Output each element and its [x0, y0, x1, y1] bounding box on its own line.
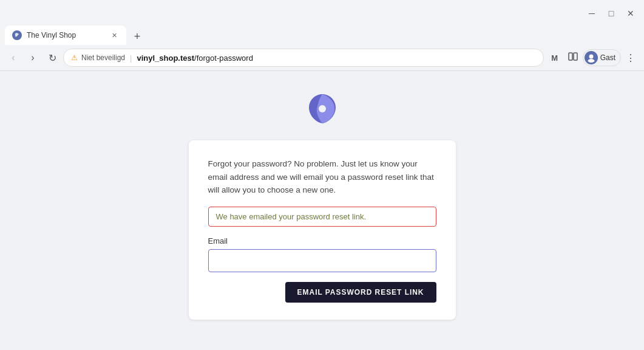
svg-rect-1 — [569, 53, 572, 60]
reload-icon: ↻ — [49, 52, 56, 64]
title-bar: ─ □ ✕ — [0, 0, 644, 23]
app-logo — [303, 89, 342, 128]
security-label: Niet beveiligd — [81, 53, 125, 62]
profile-name: Gast — [600, 53, 615, 62]
card-description: Forgot your password? No problem. Just l… — [208, 157, 436, 197]
url-domain: vinyl_shop.test — [137, 53, 194, 63]
more-options-button[interactable]: ⋮ — [622, 49, 639, 66]
email-label: Email — [208, 236, 436, 245]
translate-icon: M — [551, 53, 558, 63]
forgot-password-card: Forgot your password? No problem. Just l… — [189, 140, 456, 320]
tabs-row: The Vinyl Shop ✕ + — [0, 23, 644, 45]
active-tab[interactable]: The Vinyl Shop ✕ — [5, 26, 126, 45]
svg-point-3 — [589, 55, 593, 59]
security-warning-icon: ⚠ — [71, 53, 78, 62]
new-tab-button[interactable]: + — [129, 28, 146, 45]
submit-button[interactable]: EMAIL PASSWORD RESET LINK — [285, 282, 436, 303]
address-divider: | — [130, 53, 132, 63]
maximize-button[interactable]: □ — [603, 5, 620, 22]
page-content: Forgot your password? No problem. Just l… — [0, 71, 644, 350]
browser-chrome: ─ □ ✕ The Vinyl Shop ✕ + ‹ › ↻ — [0, 0, 644, 71]
success-alert: We have emailed your password reset link… — [208, 207, 436, 227]
svg-point-6 — [319, 105, 326, 112]
tab-favicon — [12, 30, 22, 40]
more-icon: ⋮ — [626, 52, 636, 64]
address-bar[interactable]: ⚠ Niet beveiligd | vinyl_shop.test/forgo… — [63, 49, 544, 67]
browser-toolbar: ‹ › ↻ ⚠ Niet beveiligd | vinyl_shop.test… — [0, 45, 644, 70]
window-controls: ─ □ ✕ — [583, 5, 639, 22]
url-path: /forgot-password — [194, 53, 253, 63]
back-icon: ‹ — [12, 52, 15, 63]
split-screen-button[interactable] — [564, 49, 581, 66]
back-button[interactable]: ‹ — [5, 49, 22, 66]
profile-avatar — [585, 51, 598, 64]
tab-title: The Vinyl Shop — [27, 31, 104, 39]
profile-button[interactable]: Gast — [583, 49, 621, 66]
toolbar-right: M Gast ⋮ — [546, 49, 639, 66]
split-screen-icon — [568, 52, 578, 64]
success-message: We have emailed your password reset link… — [216, 212, 367, 221]
close-button[interactable]: ✕ — [622, 5, 639, 22]
forward-button[interactable]: › — [24, 49, 41, 66]
url-display: vinyl_shop.test/forgot-password — [137, 53, 535, 63]
forward-icon: › — [31, 52, 34, 63]
email-input[interactable] — [208, 249, 436, 272]
svg-point-4 — [588, 59, 594, 63]
translate-button[interactable]: M — [546, 49, 563, 66]
minimize-button[interactable]: ─ — [583, 5, 600, 22]
tab-close-button[interactable]: ✕ — [109, 30, 119, 40]
svg-rect-2 — [574, 53, 577, 60]
reload-button[interactable]: ↻ — [44, 49, 61, 66]
